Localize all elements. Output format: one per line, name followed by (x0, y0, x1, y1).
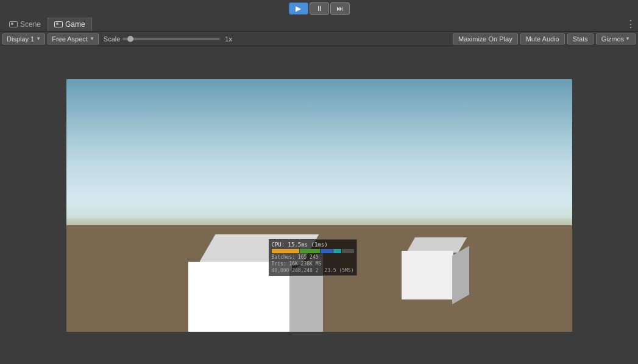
stats-bar-seg-5 (342, 249, 354, 253)
pause-button[interactable]: ⏸ (310, 2, 329, 15)
stats-numbers-row2: Tris: 16K 238K MS (272, 261, 354, 267)
display-dropdown-arrow: ▼ (36, 36, 41, 41)
stats-title: CPU: 15.5ms (1ms) (272, 242, 354, 248)
stats-label: Stats (573, 35, 588, 43)
scale-label: Scale (104, 35, 121, 43)
game-view: CPU: 15.5ms (1ms) Batches: 165 245 Tris:… (66, 79, 572, 332)
maximize-button[interactable]: Maximize On Play (453, 33, 518, 44)
stats-batches: Batches: 165 245 (272, 254, 319, 260)
scale-slider[interactable] (122, 38, 220, 40)
tab-scene[interactable]: Scene (2, 18, 48, 31)
display-label: Display 1 (7, 35, 34, 43)
stats-bar-seg-4 (333, 249, 341, 253)
stats-bar-seg-3 (321, 249, 333, 253)
stats-overlay: CPU: 15.5ms (1ms) Batches: 165 245 Tris:… (269, 239, 357, 276)
maximize-label: Maximize On Play (458, 35, 512, 43)
gizmos-button[interactable]: Gizmos ▼ (596, 33, 636, 44)
tab-game[interactable]: Game (48, 18, 92, 31)
stats-bar-seg-2 (300, 249, 320, 253)
tab-overflow-button[interactable]: ⋮ (626, 18, 636, 30)
step-button[interactable]: ⏭ (330, 2, 350, 15)
stats-button[interactable]: Stats (567, 33, 594, 44)
mute-button[interactable]: Mute Audio (520, 33, 565, 44)
mute-label: Mute Audio (526, 35, 559, 43)
scale-thumb (127, 36, 133, 42)
sky-background (66, 79, 572, 231)
tab-scene-label: Scene (20, 20, 41, 29)
stats-numbers-row1: Batches: 165 245 (272, 254, 354, 260)
aspect-dropdown-arrow: ▼ (90, 36, 94, 41)
step-icon: ⏭ (336, 4, 344, 13)
small-cube-front-face (402, 251, 453, 299)
display-dropdown[interactable]: Display 1 ▼ (2, 33, 45, 44)
stats-bottom-right: 23.5 (5MS) (324, 268, 353, 273)
play-icon: ▶ (296, 4, 301, 13)
stats-tris: Tris: 16K 238K MS (272, 261, 322, 267)
scene-icon (9, 21, 18, 27)
game-icon (54, 21, 63, 27)
pause-icon: ⏸ (316, 4, 323, 13)
gizmos-dropdown-arrow: ▼ (625, 36, 630, 41)
tab-game-label: Game (65, 20, 85, 29)
play-button[interactable]: ▶ (289, 2, 308, 15)
control-bar: Display 1 ▼ Free Aspect ▼ Scale 1x Maxim… (0, 32, 638, 46)
stats-bar-seg-1 (272, 249, 300, 253)
viewport-area: CPU: 15.5ms (1ms) Batches: 165 245 Tris:… (0, 46, 638, 364)
aspect-label: Free Aspect (52, 35, 88, 43)
stats-bar (272, 249, 354, 253)
top-toolbar: ▶ ⏸ ⏭ (0, 0, 638, 17)
stats-bottom-row: 40,000 248,248 2 23.5 (5MS) (272, 268, 354, 273)
small-cube-side-face (452, 245, 469, 304)
aspect-dropdown[interactable]: Free Aspect ▼ (48, 33, 99, 44)
tab-bar: Scene Game ⋮ (0, 17, 638, 32)
scale-value: 1x (225, 35, 232, 43)
gizmos-label: Gizmos (601, 35, 624, 43)
stats-bottom-left: 40,000 248,248 2 (272, 268, 319, 273)
